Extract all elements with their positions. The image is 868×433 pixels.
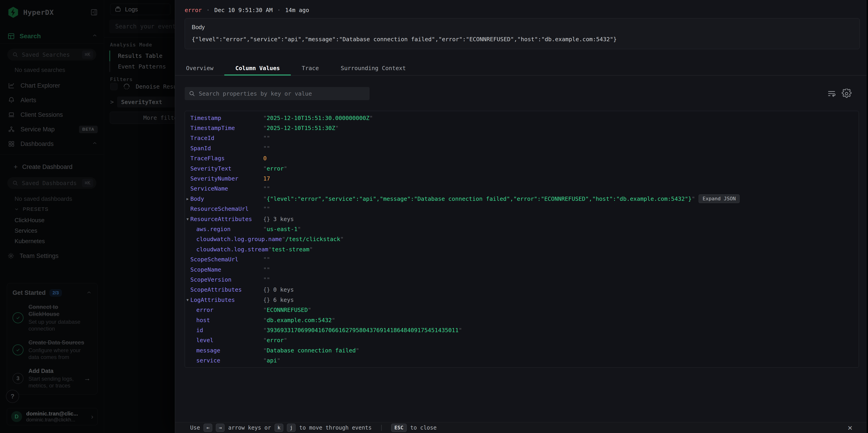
- table-row[interactable]: SeverityNumber17: [185, 174, 859, 184]
- gear-icon[interactable]: [842, 89, 851, 99]
- property-value: 17: [263, 175, 270, 182]
- table-row[interactable]: id"3936933170699041670661627958043769141…: [185, 325, 859, 335]
- table-row[interactable]: cloudwatch.log.group.name"/test/clicksta…: [185, 234, 859, 244]
- table-row[interactable]: service"api": [185, 355, 859, 365]
- body-label: Body: [192, 24, 853, 31]
- table-row[interactable]: SpanId"": [185, 143, 859, 153]
- table-row[interactable]: ▼ResourceAttributes{}3 keys: [185, 214, 859, 224]
- property-value: "ECONNREFUSED": [263, 307, 311, 313]
- property-key: ScopeAttributes: [190, 286, 263, 293]
- property-value: "": [263, 185, 270, 192]
- property-key: TimestampTime: [190, 125, 263, 131]
- property-value: "db.example.com:5432": [263, 317, 335, 323]
- expand-toggle-icon[interactable]: ▶: [186, 197, 189, 201]
- property-key: id: [196, 327, 263, 334]
- table-row[interactable]: TraceFlags0: [185, 153, 859, 163]
- property-value: "/test/clickstack": [282, 236, 344, 243]
- esc-key: ESC: [391, 424, 407, 432]
- property-key: LogAttributes: [190, 297, 263, 303]
- property-key: ScopeVersion: [190, 276, 263, 283]
- search-icon: [189, 90, 195, 97]
- table-row[interactable]: ScopeAttributes{}0 keys: [185, 285, 859, 295]
- property-value: "error": [263, 337, 287, 343]
- table-row[interactable]: ServiceName"": [185, 184, 859, 194]
- collapse-toggle-icon[interactable]: ▼: [186, 217, 189, 221]
- property-value: "": [263, 256, 270, 263]
- property-value: "": [263, 276, 270, 283]
- table-row[interactable]: SeverityText"error": [185, 163, 859, 174]
- app: HyperDX Search ⌘K No saved searches Char…: [0, 0, 868, 433]
- property-key: TraceFlags: [190, 155, 263, 162]
- table-row[interactable]: message"Database connection failed": [185, 345, 859, 355]
- property-key: Body: [190, 195, 263, 202]
- property-value: {}6 keys: [263, 297, 294, 303]
- property-value: "2025-12-10T15:51:30.000000000Z": [263, 115, 373, 121]
- property-value: "": [263, 266, 270, 273]
- property-value: 0: [263, 155, 267, 162]
- property-key: cloudwatch.log.stream: [196, 246, 268, 253]
- relative-time: 14m ago: [285, 7, 309, 13]
- event-details-drawer: error · Dec 10 9:51:30 AM · 14m ago Body…: [175, 0, 867, 433]
- table-row[interactable]: TraceId"": [185, 133, 859, 143]
- property-value: "Database connection failed": [263, 347, 359, 354]
- tab-trace[interactable]: Trace: [291, 61, 330, 75]
- drawer-footer: Use ← → arrow keys or k j to move throug…: [175, 422, 867, 433]
- property-value: "test-stream": [268, 246, 313, 253]
- tab-overview[interactable]: Overview: [185, 61, 224, 75]
- table-row[interactable]: cloudwatch.log.stream"test-stream": [185, 244, 859, 254]
- property-key: ScopeSchemaUrl: [190, 256, 263, 263]
- table-row[interactable]: ScopeSchemaUrl"": [185, 254, 859, 264]
- severity-badge: error: [185, 7, 202, 13]
- divider: [381, 425, 382, 431]
- body-json: {"level":"error","service":"api","messag…: [192, 36, 853, 42]
- property-key: ResourceSchemaUrl: [190, 206, 263, 212]
- property-key: message: [196, 347, 263, 354]
- expand-json-button[interactable]: Expand JSON: [699, 194, 740, 203]
- tabs-row: OverviewColumn ValuesTraceSurrounding Co…: [175, 61, 867, 75]
- property-key: ServiceName: [190, 185, 263, 192]
- property-key: host: [196, 317, 263, 323]
- property-key: Timestamp: [190, 115, 263, 121]
- table-row[interactable]: ▶Body"{"level":"error","service":"api","…: [185, 194, 859, 204]
- property-key: ResourceAttributes: [190, 216, 263, 222]
- table-row[interactable]: ScopeName"": [185, 265, 859, 275]
- arrow-left-key: ←: [204, 424, 212, 432]
- property-value: "": [263, 145, 270, 152]
- property-key: SpanId: [190, 145, 263, 152]
- property-search[interactable]: [185, 87, 370, 100]
- wrap-lines-icon[interactable]: [827, 89, 837, 99]
- table-row[interactable]: ScopeVersion"": [185, 275, 859, 285]
- arrow-right-key: →: [216, 424, 224, 432]
- k-key: k: [275, 424, 283, 432]
- property-key: service: [196, 357, 263, 364]
- close-icon[interactable]: ×: [847, 424, 852, 432]
- table-row[interactable]: host"db.example.com:5432": [185, 315, 859, 325]
- property-key: SeverityNumber: [190, 175, 263, 182]
- table-row[interactable]: TimestampTime"2025-12-10T15:51:30Z": [185, 123, 859, 133]
- property-value: "2025-12-10T15:51:30Z": [263, 125, 339, 131]
- property-search-input[interactable]: [199, 90, 366, 97]
- table-row[interactable]: aws.region"us-east-1": [185, 224, 859, 234]
- property-key: aws.region: [196, 226, 263, 233]
- table-row[interactable]: ▼LogAttributes{}6 keys: [185, 295, 859, 305]
- property-key: error: [196, 307, 263, 313]
- property-key: level: [196, 337, 263, 343]
- property-value: "{"level":"error","service":"api","messa…: [263, 195, 695, 202]
- table-row[interactable]: level"error": [185, 335, 859, 345]
- event-header: error · Dec 10 9:51:30 AM · 14m ago: [185, 7, 309, 13]
- property-key: ScopeName: [190, 266, 263, 273]
- table-row[interactable]: ResourceSchemaUrl"": [185, 204, 859, 214]
- table-row[interactable]: error"ECONNREFUSED": [185, 305, 859, 315]
- property-value: "us-east-1": [263, 226, 301, 233]
- property-value: "": [263, 135, 270, 142]
- tab-surrounding-context[interactable]: Surrounding Context: [330, 61, 417, 75]
- property-key: SeverityText: [190, 165, 263, 172]
- tab-column-values[interactable]: Column Values: [224, 61, 291, 75]
- property-key: TraceId: [190, 135, 263, 142]
- body-card: Body {"level":"error","service":"api","m…: [185, 18, 860, 49]
- table-row[interactable]: Timestamp"2025-12-10T15:51:30.000000000Z…: [185, 113, 859, 123]
- collapse-toggle-icon[interactable]: ▼: [186, 298, 189, 302]
- property-value: "": [263, 206, 270, 212]
- properties-table: Timestamp"2025-12-10T15:51:30.000000000Z…: [185, 113, 859, 366]
- j-key: j: [287, 424, 296, 432]
